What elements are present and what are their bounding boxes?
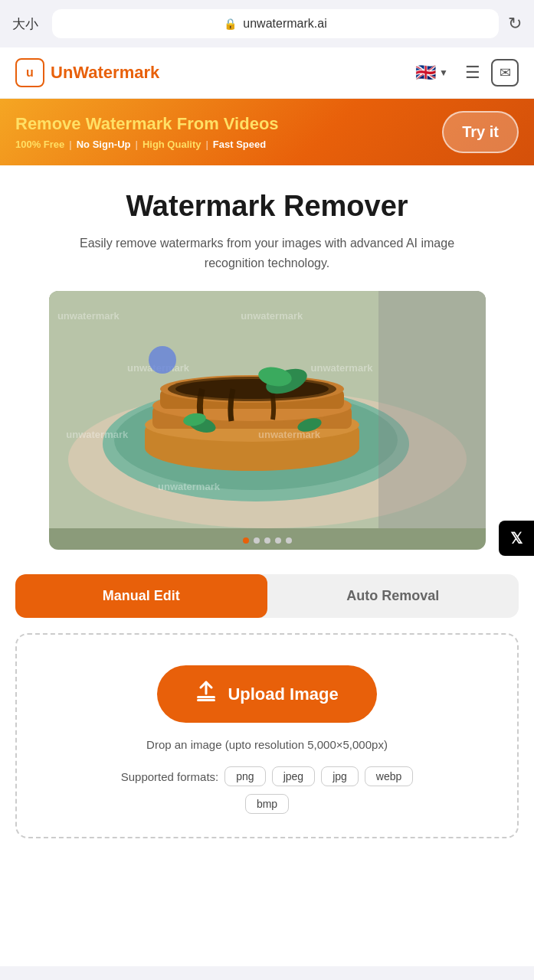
banner-title: Remove Watermark From Videos (15, 114, 433, 134)
x-icon: 𝕏 (510, 529, 523, 547)
mail-button[interactable]: ✉ (491, 59, 519, 87)
format-badge-png: png (224, 766, 265, 786)
chevron-down-icon: ▼ (439, 67, 448, 78)
badge-sep-2: | (135, 139, 137, 150)
upload-image-button[interactable]: Upload Image (157, 665, 376, 723)
svg-rect-19 (197, 696, 215, 698)
svg-rect-18 (378, 291, 486, 528)
banner-text: Remove Watermark From Videos 100% Free |… (15, 114, 433, 150)
hamburger-menu-icon[interactable]: ☰ (465, 63, 480, 83)
badge-sep-1: | (69, 139, 71, 150)
badge-free: 100% Free (15, 139, 64, 150)
browser-bar: 大小 🔒 unwatermark.ai ↻ (0, 0, 534, 47)
url-bar[interactable]: 🔒 unwatermark.ai (52, 9, 499, 38)
svg-rect-20 (197, 699, 215, 701)
reload-button[interactable]: ↻ (508, 14, 522, 34)
url-text: unwatermark.ai (243, 17, 326, 31)
page-title: Watermark Remover (15, 190, 519, 223)
formats-label: Supported formats: (121, 770, 219, 783)
formats-line-2: bmp (245, 794, 289, 814)
badge-speed: Fast Speed (213, 139, 266, 150)
demo-image-svg (49, 291, 486, 528)
slide-dot-3[interactable] (264, 537, 270, 544)
badge-sep-3: | (205, 139, 208, 150)
badge-nosignup: No Sign-Up (77, 139, 131, 150)
language-selector[interactable]: 🇬🇧 ▼ (409, 60, 454, 86)
logo-icon: u (15, 58, 44, 87)
format-badge-jpg: jpg (321, 766, 359, 786)
badge-quality: High Quality (143, 139, 201, 150)
drop-hint-text: Drop an image (upto resolution 5,000×5,0… (146, 738, 388, 751)
banner-badges: 100% Free | No Sign-Up | High Quality | … (15, 139, 433, 150)
slide-dot-5[interactable] (286, 537, 292, 544)
lock-icon: 🔒 (224, 18, 237, 30)
cursor-dot (149, 346, 176, 374)
demo-image: unwatermark unwatermark unwatermark unwa… (49, 291, 486, 528)
slide-dot-1[interactable] (243, 537, 249, 544)
upload-button-label: Upload Image (228, 684, 338, 704)
try-it-button[interactable]: Try it (442, 111, 519, 153)
format-badge-webp: webp (365, 766, 413, 786)
header-right: 🇬🇧 ▼ ☰ ✉ (409, 59, 519, 87)
slide-dot-4[interactable] (275, 537, 281, 544)
formats-row: Supported formats: png jpeg jpg webp bmp (32, 766, 502, 814)
hero-section: Watermark Remover Easily remove watermar… (0, 165, 534, 565)
flag-icon: 🇬🇧 (415, 63, 436, 83)
upload-arrow-icon (195, 681, 217, 707)
mail-icon: ✉ (500, 64, 511, 81)
logo-area[interactable]: u UnWatermark (15, 58, 159, 87)
svg-point-12 (175, 379, 329, 399)
x-twitter-button[interactable]: 𝕏 (499, 521, 534, 556)
tab-auto-removal[interactable]: Auto Removal (267, 574, 519, 618)
logo-text: UnWatermark (51, 63, 159, 83)
upload-section: Upload Image Drop an image (upto resolut… (15, 633, 519, 838)
slide-dots (49, 528, 486, 550)
tabs-area: Manual Edit Auto Removal (15, 574, 519, 618)
demo-image-container: unwatermark unwatermark unwatermark unwa… (49, 291, 486, 550)
site-header: u UnWatermark 🇬🇧 ▼ ☰ ✉ (0, 47, 534, 99)
formats-line-1: Supported formats: png jpeg jpg webp (121, 766, 414, 786)
format-badge-jpeg: jpeg (272, 766, 315, 786)
slide-dot-2[interactable] (254, 537, 260, 544)
tab-manual-edit[interactable]: Manual Edit (15, 574, 267, 618)
hero-subtitle: Easily remove watermarks from your image… (53, 234, 482, 273)
promo-banner: Remove Watermark From Videos 100% Free |… (0, 99, 534, 165)
page-content: u UnWatermark 🇬🇧 ▼ ☰ ✉ Remove Watermark … (0, 47, 534, 966)
format-badge-bmp: bmp (245, 794, 289, 814)
text-size-label[interactable]: 大小 (12, 15, 43, 33)
